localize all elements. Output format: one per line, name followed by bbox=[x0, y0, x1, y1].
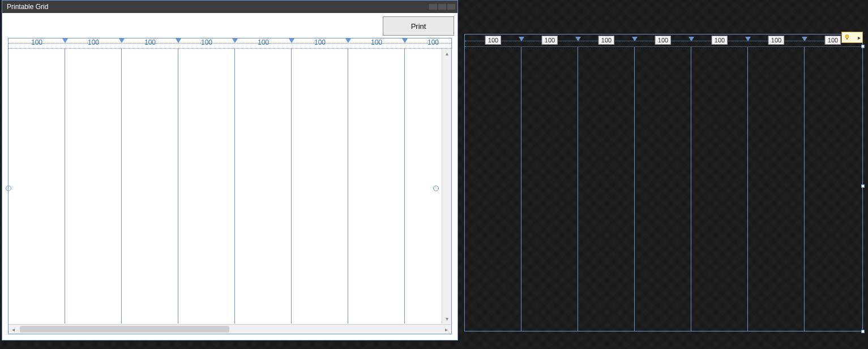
column-width-label: 100 bbox=[31, 38, 42, 46]
selection-handle[interactable] bbox=[861, 330, 865, 333]
column-width-label: 100 bbox=[201, 38, 212, 46]
print-button[interactable]: Print bbox=[383, 16, 454, 36]
chevron-right-icon: ▸ bbox=[858, 35, 861, 41]
scrollbar-thumb[interactable] bbox=[20, 326, 229, 333]
column-width-label[interactable]: 100 bbox=[485, 36, 501, 45]
column-width-label: 100 bbox=[371, 38, 382, 46]
column-resize-handle[interactable] bbox=[232, 38, 238, 43]
designer-column-ruler: 100 100 100 100 100 100 100 bbox=[465, 35, 862, 47]
designer-column[interactable] bbox=[748, 47, 805, 331]
column-resize-handle[interactable] bbox=[62, 38, 68, 43]
column-width-label: 100 bbox=[88, 38, 99, 46]
svg-rect-1 bbox=[846, 38, 848, 40]
column-resize-handle[interactable] bbox=[289, 38, 294, 43]
column-width-label: 100 bbox=[144, 38, 156, 46]
designer-column[interactable] bbox=[805, 47, 861, 331]
column-resize-handle[interactable] bbox=[519, 37, 524, 41]
smart-tag-button[interactable]: ▸ bbox=[841, 32, 863, 43]
grid-column[interactable] bbox=[235, 49, 292, 324]
selection-handle[interactable] bbox=[861, 45, 865, 48]
column-width-label[interactable]: 100 bbox=[542, 36, 558, 45]
selection-handle[interactable] bbox=[861, 184, 865, 188]
vertical-scrollbar[interactable]: ▴ ▾ bbox=[442, 49, 451, 324]
column-width-label: 100 bbox=[314, 38, 326, 46]
minimize-button[interactable] bbox=[429, 4, 437, 10]
grid-column[interactable] bbox=[122, 49, 178, 324]
column-resize-handle[interactable] bbox=[345, 38, 351, 43]
app-window: Printable Grid Print 100 100 100 100 100… bbox=[2, 0, 458, 341]
column-width-label[interactable]: 100 bbox=[712, 36, 728, 45]
column-resize-handle[interactable] bbox=[689, 37, 694, 41]
window-title: Printable Grid bbox=[7, 3, 48, 11]
scroll-left-icon[interactable]: ◂ bbox=[8, 325, 18, 334]
window-titlebar[interactable]: Printable Grid bbox=[2, 1, 457, 13]
grid-column[interactable] bbox=[348, 49, 405, 324]
scroll-up-icon[interactable]: ▴ bbox=[442, 49, 451, 58]
scroll-right-icon[interactable]: ▸ bbox=[442, 325, 451, 334]
maximize-button[interactable] bbox=[438, 4, 446, 10]
grid-column[interactable] bbox=[8, 49, 65, 324]
column-resize-handle[interactable] bbox=[575, 37, 581, 41]
designer-grid-body bbox=[465, 47, 862, 331]
column-width-label[interactable]: 100 bbox=[825, 36, 841, 45]
column-width-label: 100 bbox=[427, 38, 439, 46]
scroll-down-icon[interactable]: ▾ bbox=[442, 314, 451, 324]
svg-point-0 bbox=[845, 35, 849, 38]
designer-column[interactable] bbox=[635, 47, 691, 331]
designer-column[interactable] bbox=[691, 47, 748, 331]
horizontal-scrollbar[interactable]: ◂ ▸ bbox=[8, 324, 451, 334]
column-width-label[interactable]: 100 bbox=[598, 36, 614, 45]
grid-column-ruler: 100 100 100 100 100 100 100 100 bbox=[8, 38, 451, 49]
column-width-label[interactable]: 100 bbox=[655, 36, 671, 45]
column-width-label[interactable]: 100 bbox=[768, 36, 784, 45]
designer-column[interactable] bbox=[578, 47, 635, 331]
grid-column[interactable] bbox=[292, 49, 348, 324]
column-resize-handle[interactable] bbox=[176, 38, 181, 43]
grid-body bbox=[8, 49, 451, 324]
window-client-area: Print 100 100 100 100 100 100 100 100 bbox=[2, 13, 457, 340]
column-resize-handle[interactable] bbox=[402, 38, 408, 43]
designer-grid[interactable]: 100 100 100 100 100 100 100 bbox=[464, 34, 863, 331]
grid-column[interactable] bbox=[178, 49, 235, 324]
column-resize-handle[interactable] bbox=[119, 38, 125, 43]
data-grid[interactable]: 100 100 100 100 100 100 100 100 bbox=[8, 38, 452, 334]
designer-column[interactable] bbox=[465, 47, 521, 331]
column-width-label: 100 bbox=[258, 38, 269, 46]
designer-column[interactable] bbox=[521, 47, 578, 331]
column-resize-handle[interactable] bbox=[745, 37, 751, 41]
row-resize-marker-right[interactable] bbox=[433, 186, 439, 191]
grid-column[interactable] bbox=[65, 49, 122, 324]
column-resize-handle[interactable] bbox=[802, 37, 807, 41]
close-button[interactable] bbox=[447, 4, 455, 10]
column-resize-handle[interactable] bbox=[632, 37, 638, 41]
row-resize-marker-left[interactable] bbox=[6, 186, 11, 191]
lightbulb-icon bbox=[844, 34, 850, 41]
window-control-buttons bbox=[429, 4, 455, 10]
